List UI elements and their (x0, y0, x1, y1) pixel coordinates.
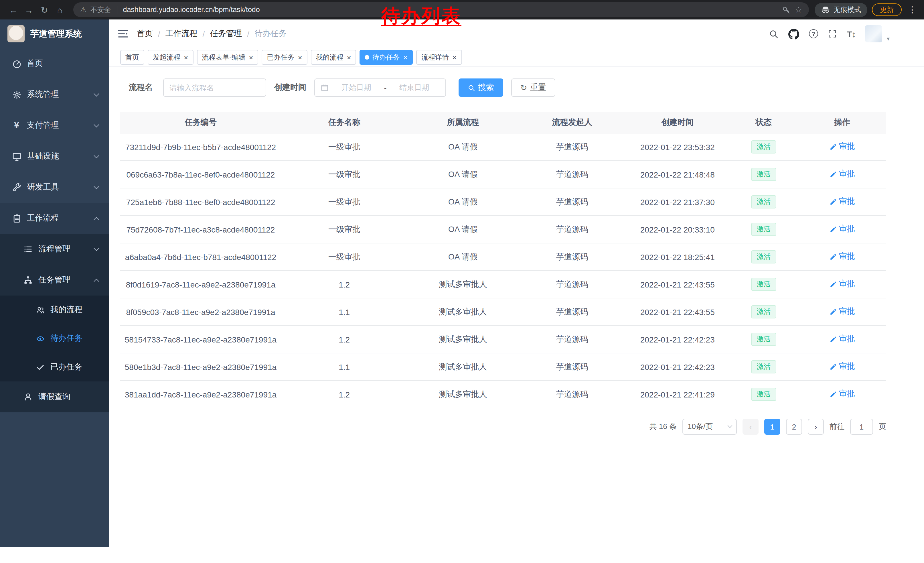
dashboard-icon (12, 59, 22, 69)
status-badge: 激活 (751, 168, 776, 181)
prev-page-button[interactable]: ‹ (742, 419, 759, 435)
tab-done-tasks[interactable]: 已办任务× (262, 50, 307, 65)
status-badge: 激活 (751, 250, 776, 263)
menu-dots-icon[interactable]: ⋮ (906, 5, 918, 15)
update-button[interactable]: 更新 (872, 3, 902, 16)
sidebar-item-payment-management[interactable]: ¥ 支付管理 (0, 110, 109, 141)
chrome-right-controls: 无痕模式 更新 ⋮ (814, 3, 918, 17)
sidebar-menu: 首页 系统管理 ¥ 支付管理 基础设施 (0, 48, 109, 412)
approve-link[interactable]: 审批 (829, 362, 855, 372)
status-badge: 激活 (751, 140, 776, 153)
tab-my-process[interactable]: 我的流程× (311, 50, 356, 65)
close-icon[interactable]: × (452, 54, 456, 61)
approve-link[interactable]: 审批 (829, 334, 855, 344)
breadcrumb-item-home[interactable]: 首页 (137, 29, 153, 39)
search-button[interactable]: 搜索 (459, 78, 503, 97)
page-button-2[interactable]: 2 (786, 419, 802, 435)
close-icon[interactable]: × (249, 54, 253, 61)
home-button[interactable]: ⌂ (52, 2, 68, 18)
workflow-icon (12, 213, 22, 224)
breadcrumb-item-task-management[interactable]: 任务管理 (210, 29, 242, 39)
page-button-1[interactable]: 1 (764, 419, 780, 435)
page-size-select[interactable]: 10条/页 (682, 419, 737, 435)
tab-initiate-process[interactable]: 发起流程× (148, 50, 193, 65)
approve-link[interactable]: 审批 (829, 389, 855, 399)
person-icon (23, 392, 33, 402)
goto-page-input[interactable] (850, 419, 873, 435)
pencil-icon (829, 253, 837, 261)
sidebar-collapse-button[interactable] (117, 27, 129, 40)
refresh-button[interactable]: ↻ (37, 2, 52, 18)
date-range-picker[interactable]: 开始日期 - 结束日期 (314, 78, 446, 97)
approve-link[interactable]: 审批 (829, 279, 855, 290)
sidebar-item-task-management[interactable]: 任务管理 (0, 264, 109, 296)
sidebar-item-dev-tools[interactable]: 研发工具 (0, 172, 109, 203)
table-row: 725a1eb6-7b88-11ec-8ef0-acde48001122 一级审… (120, 188, 886, 216)
close-icon[interactable]: × (184, 54, 188, 61)
approve-link[interactable]: 审批 (829, 252, 855, 262)
hamburger-icon (117, 27, 129, 40)
tab-process-form-edit[interactable]: 流程表单-编辑× (196, 50, 258, 65)
chevron-up-icon (94, 278, 99, 284)
tab-todo-tasks[interactable]: 待办任务× (360, 50, 413, 65)
sidebar-item-todo-tasks[interactable]: 待办任务 (0, 324, 109, 353)
col-status: 状态 (729, 117, 798, 128)
search-icon[interactable] (769, 29, 779, 39)
chevron-up-icon (94, 216, 99, 222)
close-icon[interactable]: × (298, 54, 302, 61)
sidebar-item-leave-query[interactable]: 请假查询 (0, 381, 109, 412)
close-icon[interactable]: × (347, 54, 351, 61)
app-logo: 芋道管理系统 (0, 20, 109, 48)
yuan-icon: ¥ (12, 120, 22, 131)
github-icon[interactable] (789, 29, 800, 39)
chevron-down-icon (94, 183, 99, 189)
avatar[interactable] (865, 25, 882, 42)
forward-button[interactable]: → (21, 2, 37, 18)
dev-tools-icon (12, 182, 22, 192)
help-icon[interactable]: ? (809, 29, 818, 38)
main-area: 首页 / 工作流程 / 任务管理 / 待办任务 ? T↕ ▾ (109, 20, 924, 563)
sidebar-item-process-management[interactable]: 流程管理 (0, 234, 109, 264)
approve-link[interactable]: 审批 (829, 224, 855, 234)
approve-link[interactable]: 审批 (829, 142, 855, 152)
approve-link[interactable]: 审批 (829, 307, 855, 317)
sidebar-item-home[interactable]: 首页 (0, 48, 109, 79)
eye-icon (35, 333, 45, 344)
breadcrumb-separator: / (202, 29, 205, 38)
pagination: 共 16 条 10条/页 ‹ 1 2 › 前往 页 (120, 419, 886, 435)
font-size-icon[interactable]: T↕ (847, 29, 855, 39)
top-header: 首页 / 工作流程 / 任务管理 / 待办任务 ? T↕ ▾ (109, 20, 924, 48)
sidebar-item-workflow[interactable]: 工作流程 (0, 203, 109, 234)
close-icon[interactable]: × (404, 54, 408, 61)
screen: ← → ↻ ⌂ ⚠ 不安全 dashboard.yudao.iocoder.cn… (0, 0, 924, 563)
approve-link[interactable]: 审批 (829, 169, 855, 180)
chevron-right-icon: › (814, 422, 817, 431)
sidebar: 芋道管理系统 首页 系统管理 ¥ 支付管理 (0, 20, 109, 547)
col-process: 所属流程 (407, 117, 518, 128)
sidebar-item-infrastructure[interactable]: 基础设施 (0, 141, 109, 172)
breadcrumb-item-workflow[interactable]: 工作流程 (165, 29, 198, 39)
pencil-icon (829, 171, 837, 178)
sidebar-item-my-process[interactable]: 我的流程 (0, 296, 109, 324)
chevron-down-icon (94, 122, 99, 127)
tab-home[interactable]: 首页 (120, 50, 144, 65)
status-badge: 激活 (751, 305, 776, 318)
sidebar-item-system-management[interactable]: 系统管理 (0, 79, 109, 110)
process-name-input[interactable] (163, 78, 266, 97)
table-row: 73211d9d-7b9b-11ec-b5b7-acde48001122 一级审… (120, 134, 886, 161)
approve-link[interactable]: 审批 (829, 197, 855, 207)
fullscreen-icon[interactable] (828, 29, 837, 38)
incognito-label: 无痕模式 (834, 5, 861, 15)
tab-process-detail[interactable]: 流程详情× (416, 50, 462, 65)
status-badge: 激活 (751, 360, 776, 374)
process-list-icon (23, 244, 33, 254)
next-page-button[interactable]: › (808, 419, 824, 435)
bookmark-star-icon[interactable]: ☆ (795, 5, 802, 14)
sidebar-item-done-tasks[interactable]: 已办任务 (0, 353, 109, 381)
divider (117, 6, 117, 14)
table-row: 8f0d1619-7ac8-11ec-a9e2-a2380e71991a 1.2… (120, 271, 886, 299)
reset-button[interactable]: ↻ 重置 (511, 78, 555, 97)
back-button[interactable]: ← (6, 2, 21, 18)
key-icon[interactable] (782, 6, 791, 14)
infrastructure-icon (12, 151, 22, 162)
